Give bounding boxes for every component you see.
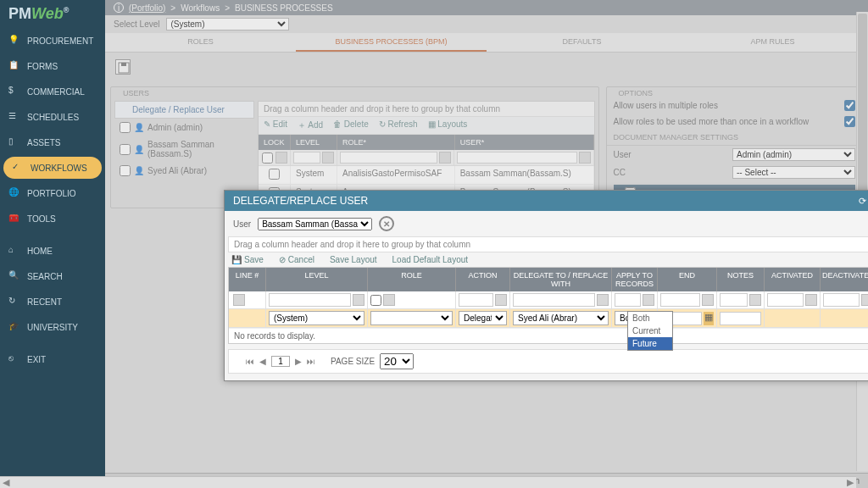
briefcase-icon: 🧰 bbox=[8, 213, 20, 225]
modal-title: DELEGATE/REPLACE USER bbox=[233, 195, 368, 207]
search-icon: 🔍 bbox=[8, 270, 20, 282]
filter-icon[interactable] bbox=[597, 294, 609, 306]
edit-row[interactable]: (System) Delegate Syed Ali (Abrar) Both … bbox=[229, 309, 868, 328]
pager-page[interactable] bbox=[271, 356, 290, 367]
edit-role[interactable] bbox=[370, 311, 453, 325]
modal-load-layout[interactable]: Load Default Layout bbox=[392, 255, 469, 264]
edit-notes[interactable] bbox=[720, 312, 761, 325]
filter-activated[interactable] bbox=[767, 293, 804, 307]
nav-assets[interactable]: ▯ASSETS bbox=[0, 130, 105, 155]
pager-next[interactable]: ▶ bbox=[295, 357, 302, 366]
modal-user-select[interactable]: Bassam Samman (Bassam.S) bbox=[258, 218, 372, 230]
filter-action[interactable] bbox=[459, 293, 493, 307]
nav-search[interactable]: 🔍SEARCH bbox=[0, 263, 105, 289]
scroll-left-icon[interactable]: ◀ bbox=[0, 477, 12, 488]
nav-commercial[interactable]: $COMMERCIAL bbox=[0, 79, 105, 104]
filter-level[interactable] bbox=[269, 293, 351, 307]
modal-user-label: User bbox=[233, 219, 251, 229]
filter-icon[interactable] bbox=[702, 294, 714, 306]
pager-first[interactable]: ⏮ bbox=[246, 357, 254, 366]
bulb-icon: 💡 bbox=[8, 35, 20, 47]
nav-workflows[interactable]: ✓WORKFLOWS bbox=[3, 157, 102, 179]
exit-icon: ⎋ bbox=[8, 353, 20, 365]
clipboard-icon: 📋 bbox=[8, 60, 20, 72]
no-records: No records to display. bbox=[229, 328, 868, 343]
refresh-icon[interactable]: ⟳ bbox=[859, 196, 866, 207]
globe-icon: 🌐 bbox=[8, 187, 20, 199]
bars-icon: ☰ bbox=[8, 111, 20, 123]
pager-last[interactable]: ⏭ bbox=[307, 357, 315, 366]
nav-recent[interactable]: ↻RECENT bbox=[0, 289, 105, 314]
nav-schedules[interactable]: ☰SCHEDULES bbox=[0, 104, 105, 130]
filter-deactivated[interactable] bbox=[823, 293, 860, 307]
scroll-right-icon[interactable]: ▶ bbox=[844, 477, 856, 488]
pager-size[interactable]: 20 bbox=[380, 353, 414, 369]
nav-forms[interactable]: 📋FORMS bbox=[0, 53, 105, 79]
filter-icon[interactable] bbox=[749, 294, 761, 306]
logo: PMWeb® bbox=[0, 0, 105, 28]
modal-cancel[interactable]: ⊘Cancel bbox=[279, 255, 314, 264]
filter-icon[interactable] bbox=[353, 294, 364, 306]
filter-icon[interactable] bbox=[861, 294, 868, 306]
filter-icon[interactable] bbox=[495, 294, 507, 306]
filter-role-check[interactable] bbox=[370, 295, 381, 306]
filter-icon[interactable] bbox=[643, 294, 654, 306]
grad-icon: 🎓 bbox=[8, 321, 20, 333]
filter-delto[interactable] bbox=[513, 293, 595, 307]
home-icon: ⌂ bbox=[8, 245, 20, 257]
nav-exit[interactable]: ⎋EXIT bbox=[0, 347, 105, 372]
calendar-icon[interactable]: ▦ bbox=[704, 312, 714, 325]
sidebar: PMWeb® 💡PROCUREMENT 📋FORMS $COMMERCIAL ☰… bbox=[0, 0, 105, 488]
main: i (Portfolio) > Workflows > BUSINESS PRO… bbox=[105, 0, 868, 488]
nav-tools[interactable]: 🧰TOOLS bbox=[0, 206, 105, 231]
pager: ⏮ ◀ ▶ ⏭ PAGE SIZE 20 bbox=[228, 349, 868, 374]
cancel-icon: ⊘ bbox=[279, 255, 286, 264]
nav-university[interactable]: 🎓UNIVERSITY bbox=[0, 314, 105, 340]
save-icon: 💾 bbox=[231, 255, 242, 264]
filter-notes[interactable] bbox=[720, 293, 748, 307]
modal-group-tip: Drag a column header and drop it here to… bbox=[228, 236, 868, 252]
clock-icon: ↻ bbox=[8, 296, 20, 308]
edit-delegate-to[interactable]: Syed Ali (Abrar) bbox=[513, 311, 609, 325]
dollar-icon: $ bbox=[8, 86, 20, 97]
apply-to-dropdown[interactable]: Both Current Future bbox=[627, 311, 673, 351]
pager-prev[interactable]: ◀ bbox=[259, 357, 266, 366]
delegate-replace-modal: DELEGATE/REPLACE USER ⟳ — □ ✕ User Bassa… bbox=[224, 190, 868, 381]
building-icon: ▯ bbox=[8, 136, 20, 148]
dropdown-option-selected[interactable]: Future bbox=[628, 337, 672, 350]
filter-apply[interactable] bbox=[615, 293, 641, 307]
modal-save-layout[interactable]: Save Layout bbox=[330, 255, 377, 264]
nav-portfolio[interactable]: 🌐PORTFOLIO bbox=[0, 180, 105, 206]
edit-level[interactable]: (System) bbox=[269, 311, 364, 325]
dropdown-option[interactable]: Both bbox=[628, 312, 672, 324]
check-icon: ✓ bbox=[12, 162, 24, 174]
filter-icon[interactable] bbox=[383, 294, 395, 306]
filter-end[interactable] bbox=[660, 293, 700, 307]
scrollbar-horizontal[interactable]: ◀ ▶ bbox=[0, 476, 856, 488]
filter-icon[interactable] bbox=[233, 294, 245, 306]
modal-save[interactable]: 💾Save bbox=[231, 255, 264, 264]
filter-icon[interactable] bbox=[805, 294, 817, 306]
nav-home[interactable]: ⌂HOME bbox=[0, 238, 105, 263]
clear-user-icon[interactable]: ✕ bbox=[379, 216, 394, 231]
dropdown-option[interactable]: Current bbox=[628, 324, 672, 337]
edit-action[interactable]: Delegate bbox=[459, 311, 507, 325]
nav-procurement[interactable]: 💡PROCUREMENT bbox=[0, 28, 105, 53]
